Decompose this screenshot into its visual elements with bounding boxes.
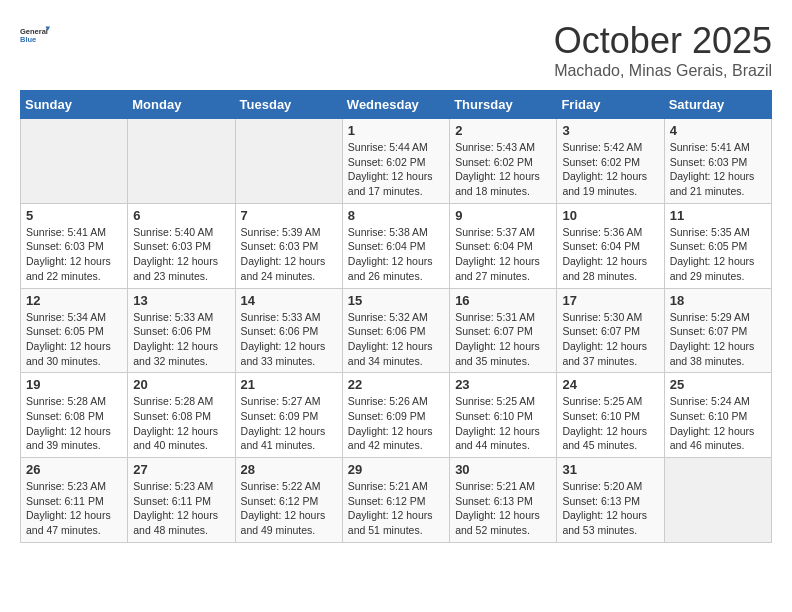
day-number: 16 [455,293,551,308]
calendar-cell [235,119,342,204]
day-info: Sunrise: 5:33 AMSunset: 6:06 PMDaylight:… [133,311,218,367]
day-number: 25 [670,377,766,392]
calendar-cell: 17Sunrise: 5:30 AMSunset: 6:07 PMDayligh… [557,288,664,373]
calendar-cell [664,458,771,543]
calendar-cell: 20Sunrise: 5:28 AMSunset: 6:08 PMDayligh… [128,373,235,458]
calendar-cell: 9Sunrise: 5:37 AMSunset: 6:04 PMDaylight… [450,203,557,288]
calendar-cell: 25Sunrise: 5:24 AMSunset: 6:10 PMDayligh… [664,373,771,458]
day-info: Sunrise: 5:29 AMSunset: 6:07 PMDaylight:… [670,311,755,367]
day-info: Sunrise: 5:28 AMSunset: 6:08 PMDaylight:… [26,395,111,451]
day-number: 30 [455,462,551,477]
day-info: Sunrise: 5:32 AMSunset: 6:06 PMDaylight:… [348,311,433,367]
day-info: Sunrise: 5:21 AMSunset: 6:12 PMDaylight:… [348,480,433,536]
day-number: 19 [26,377,122,392]
day-number: 14 [241,293,337,308]
day-info: Sunrise: 5:40 AMSunset: 6:03 PMDaylight:… [133,226,218,282]
calendar-cell [21,119,128,204]
day-number: 21 [241,377,337,392]
calendar-cell: 26Sunrise: 5:23 AMSunset: 6:11 PMDayligh… [21,458,128,543]
day-info: Sunrise: 5:23 AMSunset: 6:11 PMDaylight:… [26,480,111,536]
calendar-cell: 27Sunrise: 5:23 AMSunset: 6:11 PMDayligh… [128,458,235,543]
logo: General Blue [20,20,50,50]
calendar-cell: 28Sunrise: 5:22 AMSunset: 6:12 PMDayligh… [235,458,342,543]
logo-svg: General Blue [20,20,50,50]
day-info: Sunrise: 5:28 AMSunset: 6:08 PMDaylight:… [133,395,218,451]
day-info: Sunrise: 5:20 AMSunset: 6:13 PMDaylight:… [562,480,647,536]
day-info: Sunrise: 5:39 AMSunset: 6:03 PMDaylight:… [241,226,326,282]
day-info: Sunrise: 5:27 AMSunset: 6:09 PMDaylight:… [241,395,326,451]
calendar-cell: 16Sunrise: 5:31 AMSunset: 6:07 PMDayligh… [450,288,557,373]
calendar-cell: 24Sunrise: 5:25 AMSunset: 6:10 PMDayligh… [557,373,664,458]
day-number: 31 [562,462,658,477]
day-number: 4 [670,123,766,138]
day-info: Sunrise: 5:36 AMSunset: 6:04 PMDaylight:… [562,226,647,282]
day-info: Sunrise: 5:33 AMSunset: 6:06 PMDaylight:… [241,311,326,367]
calendar-week-row: 19Sunrise: 5:28 AMSunset: 6:08 PMDayligh… [21,373,772,458]
day-number: 23 [455,377,551,392]
calendar-cell: 2Sunrise: 5:43 AMSunset: 6:02 PMDaylight… [450,119,557,204]
weekday-header-tuesday: Tuesday [235,91,342,119]
day-info: Sunrise: 5:25 AMSunset: 6:10 PMDaylight:… [455,395,540,451]
calendar-cell [128,119,235,204]
day-info: Sunrise: 5:42 AMSunset: 6:02 PMDaylight:… [562,141,647,197]
day-number: 13 [133,293,229,308]
calendar-cell: 19Sunrise: 5:28 AMSunset: 6:08 PMDayligh… [21,373,128,458]
calendar-cell: 18Sunrise: 5:29 AMSunset: 6:07 PMDayligh… [664,288,771,373]
day-info: Sunrise: 5:22 AMSunset: 6:12 PMDaylight:… [241,480,326,536]
day-number: 2 [455,123,551,138]
day-number: 15 [348,293,444,308]
day-info: Sunrise: 5:24 AMSunset: 6:10 PMDaylight:… [670,395,755,451]
day-number: 17 [562,293,658,308]
weekday-header-row: SundayMondayTuesdayWednesdayThursdayFrid… [21,91,772,119]
day-number: 27 [133,462,229,477]
calendar-cell: 8Sunrise: 5:38 AMSunset: 6:04 PMDaylight… [342,203,449,288]
calendar-cell: 3Sunrise: 5:42 AMSunset: 6:02 PMDaylight… [557,119,664,204]
calendar-cell: 31Sunrise: 5:20 AMSunset: 6:13 PMDayligh… [557,458,664,543]
day-info: Sunrise: 5:23 AMSunset: 6:11 PMDaylight:… [133,480,218,536]
day-info: Sunrise: 5:44 AMSunset: 6:02 PMDaylight:… [348,141,433,197]
day-number: 12 [26,293,122,308]
day-number: 24 [562,377,658,392]
calendar-cell: 5Sunrise: 5:41 AMSunset: 6:03 PMDaylight… [21,203,128,288]
day-number: 3 [562,123,658,138]
weekday-header-sunday: Sunday [21,91,128,119]
calendar-week-row: 5Sunrise: 5:41 AMSunset: 6:03 PMDaylight… [21,203,772,288]
day-number: 20 [133,377,229,392]
calendar-cell: 22Sunrise: 5:26 AMSunset: 6:09 PMDayligh… [342,373,449,458]
calendar-cell: 12Sunrise: 5:34 AMSunset: 6:05 PMDayligh… [21,288,128,373]
weekday-header-friday: Friday [557,91,664,119]
calendar-cell: 30Sunrise: 5:21 AMSunset: 6:13 PMDayligh… [450,458,557,543]
day-number: 5 [26,208,122,223]
calendar-week-row: 1Sunrise: 5:44 AMSunset: 6:02 PMDaylight… [21,119,772,204]
calendar-cell: 23Sunrise: 5:25 AMSunset: 6:10 PMDayligh… [450,373,557,458]
svg-text:Blue: Blue [20,35,36,44]
header: General Blue October 2025 Machado, Minas… [20,20,772,80]
day-number: 6 [133,208,229,223]
day-number: 22 [348,377,444,392]
day-number: 11 [670,208,766,223]
day-info: Sunrise: 5:35 AMSunset: 6:05 PMDaylight:… [670,226,755,282]
calendar-cell: 10Sunrise: 5:36 AMSunset: 6:04 PMDayligh… [557,203,664,288]
weekday-header-monday: Monday [128,91,235,119]
calendar-table: SundayMondayTuesdayWednesdayThursdayFrid… [20,90,772,543]
weekday-header-saturday: Saturday [664,91,771,119]
calendar-cell: 29Sunrise: 5:21 AMSunset: 6:12 PMDayligh… [342,458,449,543]
day-number: 29 [348,462,444,477]
title-area: October 2025 Machado, Minas Gerais, Braz… [554,20,772,80]
calendar-week-row: 26Sunrise: 5:23 AMSunset: 6:11 PMDayligh… [21,458,772,543]
day-info: Sunrise: 5:30 AMSunset: 6:07 PMDaylight:… [562,311,647,367]
calendar-cell: 4Sunrise: 5:41 AMSunset: 6:03 PMDaylight… [664,119,771,204]
day-number: 8 [348,208,444,223]
day-number: 10 [562,208,658,223]
day-info: Sunrise: 5:25 AMSunset: 6:10 PMDaylight:… [562,395,647,451]
day-info: Sunrise: 5:31 AMSunset: 6:07 PMDaylight:… [455,311,540,367]
calendar-cell: 21Sunrise: 5:27 AMSunset: 6:09 PMDayligh… [235,373,342,458]
weekday-header-thursday: Thursday [450,91,557,119]
calendar-cell: 15Sunrise: 5:32 AMSunset: 6:06 PMDayligh… [342,288,449,373]
calendar-cell: 14Sunrise: 5:33 AMSunset: 6:06 PMDayligh… [235,288,342,373]
calendar-cell: 7Sunrise: 5:39 AMSunset: 6:03 PMDaylight… [235,203,342,288]
calendar-cell: 11Sunrise: 5:35 AMSunset: 6:05 PMDayligh… [664,203,771,288]
svg-text:General: General [20,27,48,36]
day-number: 26 [26,462,122,477]
day-info: Sunrise: 5:41 AMSunset: 6:03 PMDaylight:… [26,226,111,282]
